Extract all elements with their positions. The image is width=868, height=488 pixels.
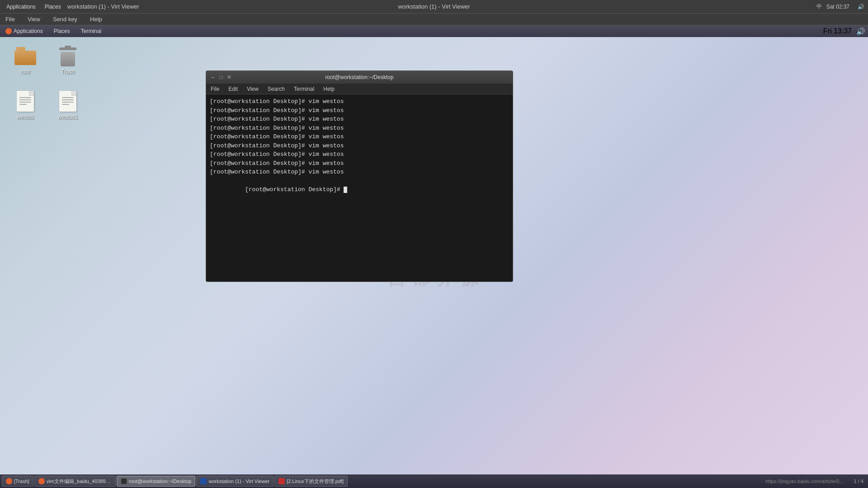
guest-taskbar: [Trash] vim文件编辑_baidu_40389082之博... root… [0, 474, 868, 488]
taskbar-icon-terminal [121, 478, 127, 484]
taskbar-icon-browser [38, 478, 45, 484]
trash-icon [57, 45, 79, 67]
guest-top-panel: Applications Places Terminal Fri 13:37 🔊 [0, 25, 868, 37]
taskbar-label-pdf: [2.Linux下的文件管理.pdf] [287, 478, 344, 485]
term-line-7: [root@workstation Desktop]# vim westos [210, 159, 509, 168]
taskbar-url: https://jingyan.baidu.com/article/0... [765, 479, 843, 484]
folder-tab [16, 47, 25, 51]
term-line-0: [root@workstation Desktop]# vim westos [210, 97, 509, 106]
westos1-icon-label: westos1 [58, 114, 78, 120]
applications-icon [5, 28, 12, 34]
term-line-2: [root@workstation Desktop]# vim westos [210, 115, 509, 124]
virt-window-title: workstation (1) - Virt Viewer [398, 3, 470, 10]
places-label: Places [54, 28, 70, 34]
westos-icon-label: westos [17, 114, 33, 120]
term-line-3: [root@workstation Desktop]# vim westos [210, 124, 509, 133]
root-icon-label: root [21, 69, 30, 75]
folder-icon [14, 45, 36, 67]
top-virt-title: workstation (1) - Virt Viewer [67, 3, 139, 10]
term-line-1: [root@workstation Desktop]# vim westos [210, 106, 509, 115]
virt-viewer-window: Applications Places workstation (1) - Vi… [0, 0, 868, 488]
doc-shape-westos1 [59, 91, 76, 112]
guest-desktop: Applications Places Terminal Fri 13:37 🔊 [0, 25, 868, 488]
terminal-title-text: root@workstation:~/Desktop [325, 74, 393, 80]
top-places[interactable]: Places [42, 3, 64, 11]
doc-line-2a [62, 99, 74, 100]
taskbar-icon-pdf [278, 478, 285, 484]
desktop-icon-trash[interactable]: Trash [50, 43, 86, 77]
terminal-window: ‒ □ ✕ root@workstation:~/Desktop File Ed… [206, 70, 513, 282]
term-menu-view[interactable]: View [245, 85, 260, 93]
term-line-4: [root@workstation Desktop]# vim westos [210, 132, 509, 141]
doc-lines-1 [62, 97, 74, 106]
term-line-6: [root@workstation Desktop]# vim westos [210, 150, 509, 159]
guest-terminal-menu[interactable]: Terminal [78, 27, 104, 35]
doc-line-2 [19, 99, 31, 100]
taskbar-label-browser: vim文件编辑_baidu_40389082之博... [47, 478, 112, 485]
doc-lines [19, 97, 31, 106]
folder-shape [14, 47, 36, 65]
term-line-5: [root@workstation Desktop]# vim westos [210, 141, 509, 150]
virt-menu-sendkey[interactable]: Send key [50, 15, 80, 23]
terminal-minimize-button[interactable]: ‒ [210, 74, 216, 80]
terminal-menu-bar: File Edit View Search Terminal Help [206, 84, 513, 94]
terminal-close-button[interactable]: ✕ [226, 74, 232, 80]
term-menu-search[interactable]: Search [266, 85, 287, 93]
trash-icon-label: Trash [61, 69, 75, 75]
terminal-menu-label: Terminal [81, 28, 101, 34]
terminal-title-bar: ‒ □ ✕ root@workstation:~/Desktop [206, 71, 513, 84]
taskbar-item-browser[interactable]: vim文件编辑_baidu_40389082之博... [34, 476, 116, 487]
desktop-icon-westos1[interactable]: westos1 [50, 89, 86, 122]
westos-doc-icon [14, 90, 36, 112]
terminal-window-buttons: ‒ □ ✕ [210, 74, 232, 80]
system-tray-lang: 中 [816, 3, 822, 10]
term-prompt-line: [root@workstation Desktop]# [210, 177, 509, 203]
trash-body [61, 52, 75, 66]
taskbar-page-info: 1 / 4 [854, 479, 863, 484]
doc-line-4 [19, 104, 27, 105]
virt-menu-help[interactable]: Help [87, 15, 105, 23]
term-cursor [344, 187, 347, 193]
taskbar-icon-viewer [200, 478, 207, 484]
guest-applications[interactable]: Applications [3, 27, 46, 35]
top-applications[interactable]: Applications [4, 3, 38, 11]
doc-line-1 [19, 97, 31, 98]
doc-line-4a [62, 104, 69, 105]
virt-title-bar: Applications Places workstation (1) - Vi… [0, 0, 868, 14]
desktop-icon-westos[interactable]: westos [7, 89, 43, 122]
virt-menu-view[interactable]: View [25, 15, 43, 23]
taskbar-label-viewer: workstation (1) - Virt Viewer [208, 479, 269, 484]
term-menu-edit[interactable]: Edit [226, 85, 240, 93]
desktop-icon-root[interactable]: root [7, 43, 43, 77]
guest-volume-icon[interactable]: 🔊 [856, 27, 865, 36]
folder-body [14, 51, 36, 65]
system-clock: Sat 02:37 [826, 4, 849, 10]
terminal-maximize-button[interactable]: □ [218, 74, 224, 80]
guest-places[interactable]: Places [51, 27, 73, 35]
virt-menu-bar: File View Send key Help [0, 14, 868, 25]
taskbar-right: https://jingyan.baidu.com/article/0... 1… [765, 479, 866, 484]
applications-label: Applications [14, 28, 43, 34]
taskbar-item-pdf[interactable]: [2.Linux下的文件管理.pdf] [274, 476, 348, 487]
guest-panel-right: Fri 13:37 🔊 [823, 27, 865, 36]
term-menu-file[interactable]: File [209, 85, 221, 93]
taskbar-item-viewer[interactable]: workstation (1) - Virt Viewer [196, 476, 274, 487]
doc-line-3a [62, 102, 74, 103]
doc-shape-westos [17, 91, 34, 112]
term-menu-terminal[interactable]: Terminal [292, 85, 316, 93]
term-line-8: [root@workstation Desktop]# vim westos [210, 168, 509, 177]
trash-lid [59, 47, 76, 50]
trash-shape [59, 46, 76, 66]
westos1-doc-icon [57, 90, 79, 112]
term-menu-help[interactable]: Help [321, 85, 336, 93]
guest-time: Fri 13:37 [823, 27, 852, 35]
doc-line-1a [62, 97, 74, 98]
taskbar-item-terminal[interactable]: root@workstation:~/Desktop [117, 476, 196, 487]
taskbar-item-trash[interactable]: [Trash] [2, 476, 33, 487]
volume-icon[interactable]: 🔊 [858, 4, 864, 10]
virt-menu-file[interactable]: File [3, 15, 18, 23]
term-prompt-text: [root@workstation Desktop]# [245, 186, 344, 193]
taskbar-label-trash: [Trash] [14, 479, 29, 484]
terminal-content[interactable]: [root@workstation Desktop]# vim westos [… [206, 94, 513, 282]
doc-line-3 [19, 102, 31, 103]
